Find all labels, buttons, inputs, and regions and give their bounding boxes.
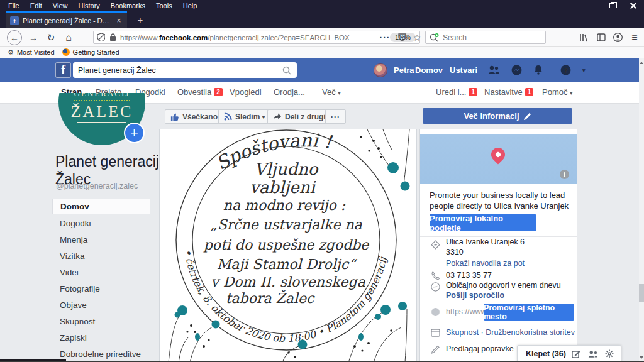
bookmark-most-visited[interactable]: ⚙Most Visited xyxy=(8,48,55,57)
send-message-link[interactable]: Pošlji sporočilo xyxy=(446,291,504,300)
map-preview[interactable]: i xyxy=(420,134,577,184)
tab-nastavitve[interactable]: Nastavitve1 xyxy=(484,87,533,97)
phone-icon xyxy=(431,272,440,280)
tab-vpogledi[interactable]: Vpogledi xyxy=(230,87,262,97)
messenger-button[interactable] xyxy=(511,65,522,75)
lock-icon[interactable] xyxy=(109,33,116,41)
facebook-logo[interactable]: f xyxy=(55,62,71,78)
tab-label: Nastavitve xyxy=(484,87,523,97)
promote-site-label: Promoviraj spletno mesto xyxy=(484,304,574,321)
bookmark-getting-started[interactable]: Getting Started xyxy=(62,48,119,56)
sidebar-item-dobrodelne[interactable]: Dobrodelne prireditve xyxy=(60,349,141,359)
minimize-button[interactable] xyxy=(580,0,601,11)
firefox-icon xyxy=(62,48,70,56)
status-tooltip xyxy=(0,359,66,362)
friend-requests-button[interactable] xyxy=(487,65,500,75)
restore-button[interactable] xyxy=(601,0,623,11)
page-actions-button[interactable]: ··· xyxy=(377,28,392,47)
home-icon: ⌂ xyxy=(65,32,72,43)
flag-icon xyxy=(431,329,440,337)
browser-search-box[interactable] xyxy=(425,31,546,44)
more-info-button[interactable]: Več informacij xyxy=(423,108,572,124)
app-menu-button[interactable]: ≡ xyxy=(627,28,642,47)
scrollbar-thumb[interactable] xyxy=(639,284,644,302)
url-bar[interactable]: https://www.facebook.com/planetgeneracij… xyxy=(93,31,420,44)
menubar: File Edit View History Bookmarks Tools H… xyxy=(4,1,201,10)
divider xyxy=(552,64,552,77)
post-image[interactable]: Spoštovani ! Vljudno vabljeni na modno r… xyxy=(159,129,417,362)
new-message-button[interactable] xyxy=(572,349,580,358)
home-button[interactable]: ⌂ xyxy=(62,28,75,47)
new-tab-button[interactable]: + xyxy=(133,14,147,26)
tab-vec[interactable]: Več ▾ xyxy=(322,87,341,97)
sidebar-item-fotografije[interactable]: Fotografije xyxy=(60,284,100,293)
plus-icon: + xyxy=(130,125,138,141)
bell-icon xyxy=(533,65,543,75)
tab-close-icon[interactable]: × xyxy=(114,16,123,25)
url-prefix: https://www. xyxy=(120,34,159,41)
chat-bar[interactable]: Klepet (36) xyxy=(517,345,621,362)
account-button[interactable] xyxy=(610,28,625,47)
sidebars-button[interactable] xyxy=(594,28,609,47)
menu-bookmarks[interactable]: Bookmarks xyxy=(106,1,150,10)
search-icon[interactable] xyxy=(282,66,291,75)
facebook-search-bar[interactable] xyxy=(73,62,297,78)
home-link[interactable]: Domov xyxy=(415,58,443,82)
sidebar-item-objave[interactable]: Objave xyxy=(60,300,87,310)
close-button[interactable] xyxy=(623,0,644,11)
sidebar-item-dogodki[interactable]: Dogodki xyxy=(60,219,91,228)
sidebar-item-zapiski[interactable]: Zapiski xyxy=(60,333,87,343)
more-actions-button[interactable]: ··· xyxy=(325,109,346,124)
chat-settings-button[interactable] xyxy=(605,349,614,358)
bookmarks-toolbar: ⚙Most Visited Getting Started xyxy=(0,47,644,58)
sidebar-item-domov[interactable]: Domov xyxy=(52,199,150,214)
following-button[interactable]: Sledim ▾ xyxy=(218,109,270,124)
contacts-button[interactable] xyxy=(587,350,598,358)
create-link[interactable]: Ustvari xyxy=(450,58,477,82)
sidebar-item-vizitka[interactable]: Vizitka xyxy=(60,251,85,261)
tab-uredi[interactable]: Uredi i...1 xyxy=(436,87,477,97)
menu-edit[interactable]: Edit xyxy=(26,1,47,10)
pencil-icon xyxy=(431,345,440,354)
scroll-down-arrow[interactable] xyxy=(640,356,643,359)
info-icon[interactable]: i xyxy=(560,170,569,179)
reload-button[interactable]: ↻ xyxy=(44,28,58,47)
invitation-drawing: Spoštovani ! Vljudno vabljeni na modno r… xyxy=(160,129,416,362)
gear-icon xyxy=(605,349,614,358)
facebook-search-input[interactable] xyxy=(73,66,282,75)
tab-pomoc[interactable]: Pomoč ▾ xyxy=(542,87,573,97)
tracking-shield-icon[interactable] xyxy=(97,33,105,41)
sidebar-item-mnenja[interactable]: Mnenja xyxy=(60,235,87,244)
reload-icon: ↻ xyxy=(47,32,55,43)
page-info-card: i Promote your business locally to lead … xyxy=(419,129,577,362)
scroll-up-arrow[interactable] xyxy=(640,62,643,64)
menu-tools[interactable]: Tools xyxy=(152,1,177,10)
promote-local-button[interactable]: Promoviraj lokalno podjetje xyxy=(430,214,536,231)
tab-orodja[interactable]: Orodja... xyxy=(274,87,305,97)
sidebar-item-skupnost[interactable]: Skupnost xyxy=(60,317,95,326)
browser-tab[interactable]: f Planet generacij Žalec - Domov × xyxy=(6,11,127,28)
category-link[interactable]: Skupnost · Družbenokoristna storitev xyxy=(446,328,575,337)
help-button[interactable]: ? xyxy=(560,65,571,75)
pocket-button[interactable] xyxy=(395,28,409,47)
promote-site-button[interactable]: Promoviraj spletno mesto xyxy=(484,304,574,321)
suggest-edits-link[interactable]: Predlagaj popravke xyxy=(446,344,514,353)
back-button[interactable]: ← xyxy=(5,28,24,47)
sidebar-item-videi[interactable]: Videi xyxy=(60,268,79,277)
notifications-button[interactable] xyxy=(533,65,543,75)
browser-search-input[interactable] xyxy=(443,33,531,42)
forward-button[interactable]: → xyxy=(26,28,40,47)
tab-obvestila[interactable]: Obvestila2 xyxy=(177,87,223,97)
bookmark-star-button[interactable]: ☆ xyxy=(410,28,424,47)
page-handle: @planetgeneracij.zalec xyxy=(56,182,138,190)
add-story-button[interactable]: + xyxy=(124,123,145,143)
library-button[interactable] xyxy=(576,28,591,47)
menu-file[interactable]: File xyxy=(4,1,24,10)
menu-history[interactable]: History xyxy=(74,1,104,10)
profile-shortcut[interactable]: Petra xyxy=(374,58,421,82)
page-scrollbar[interactable] xyxy=(639,58,644,362)
account-menu-button[interactable]: ▾ xyxy=(582,67,586,74)
menu-help[interactable]: Help xyxy=(179,1,202,10)
directions-link[interactable]: Pokaži navodila za pot xyxy=(446,259,525,268)
menu-view[interactable]: View xyxy=(48,1,72,10)
